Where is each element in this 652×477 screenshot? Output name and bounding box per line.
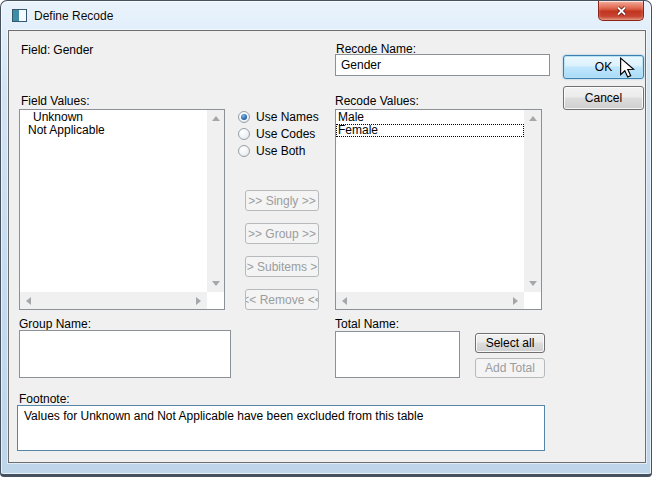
field-label: Field: [21, 43, 50, 57]
field-info: Field: Gender [21, 43, 93, 57]
list-item[interactable]: Not Applicable [20, 124, 207, 137]
recode-values-items: Male Female [336, 111, 524, 137]
arrow-down-icon [212, 281, 220, 286]
group-name-label: Group Name: [19, 317, 91, 331]
define-recode-dialog: Define Recode Field: Gender Recode Name:… [0, 0, 652, 477]
arrow-left-icon [342, 297, 347, 305]
field-value: Gender [53, 43, 93, 57]
radio-label: Use Both [256, 144, 305, 158]
scroll-left-button[interactable] [20, 292, 37, 309]
select-all-button[interactable]: Select all [475, 333, 545, 353]
scroll-up-button[interactable] [207, 110, 224, 127]
singly-button[interactable]: >> Singly >> [245, 190, 319, 211]
group-name-input[interactable] [19, 330, 231, 378]
list-item[interactable]: Unknown [20, 111, 207, 124]
arrow-up-icon [529, 116, 537, 121]
window-title: Define Recode [34, 9, 113, 23]
recode-values-label: Recode Values: [335, 94, 419, 108]
field-values-listbox[interactable]: Unknown Not Applicable [19, 109, 225, 310]
radio-use-codes[interactable]: Use Codes [238, 127, 315, 141]
arrow-down-icon [529, 281, 537, 286]
dialog-client-area: Field: Gender Recode Name: Gender OK Can… [8, 30, 646, 463]
radio-button-icon[interactable] [238, 145, 250, 157]
arrow-right-icon [513, 297, 518, 305]
titlebar: Define Recode [1, 1, 651, 30]
group-button[interactable]: >> Group >> [245, 223, 319, 244]
close-button[interactable] [598, 1, 644, 21]
scroll-up-button[interactable] [524, 110, 541, 127]
arrow-right-icon [196, 297, 201, 305]
scroll-left-button[interactable] [336, 292, 353, 309]
radio-label: Use Names [256, 110, 319, 124]
scroll-right-button[interactable] [507, 292, 524, 309]
scroll-down-button[interactable] [524, 275, 541, 292]
list-item[interactable]: Male [336, 111, 524, 124]
add-total-button[interactable]: Add Total [475, 358, 545, 378]
window-icon [12, 9, 27, 22]
horizontal-scrollbar[interactable] [336, 292, 524, 309]
remove-button[interactable]: << Remove << [245, 289, 319, 310]
list-item[interactable]: Female [336, 124, 524, 137]
total-name-input[interactable] [335, 331, 460, 378]
footnote-input[interactable]: Values for Unknown and Not Applicable ha… [17, 405, 545, 451]
ok-button[interactable]: OK [563, 55, 644, 79]
scroll-right-button[interactable] [190, 292, 207, 309]
field-values-items: Unknown Not Applicable [20, 111, 207, 137]
close-x-icon [616, 6, 627, 16]
radio-label: Use Codes [256, 127, 315, 141]
subitems-button[interactable]: >> Subitems >> [245, 256, 319, 277]
horizontal-scrollbar[interactable] [20, 292, 207, 309]
radio-button-icon[interactable] [238, 128, 250, 140]
arrow-left-icon [26, 297, 31, 305]
radio-use-both[interactable]: Use Both [238, 144, 305, 158]
scroll-down-button[interactable] [207, 275, 224, 292]
cancel-button[interactable]: Cancel [563, 86, 644, 110]
vertical-scrollbar[interactable] [524, 110, 541, 292]
field-values-label: Field Values: [21, 94, 89, 108]
footnote-label: Footnote: [19, 392, 70, 406]
radio-use-names[interactable]: Use Names [238, 110, 319, 124]
vertical-scrollbar[interactable] [207, 110, 224, 292]
recode-values-listbox[interactable]: Male Female [335, 109, 542, 310]
total-name-label: Total Name: [335, 317, 399, 331]
arrow-up-icon [212, 116, 220, 121]
recode-name-input[interactable]: Gender [335, 54, 550, 76]
radio-button-icon[interactable] [238, 111, 250, 123]
